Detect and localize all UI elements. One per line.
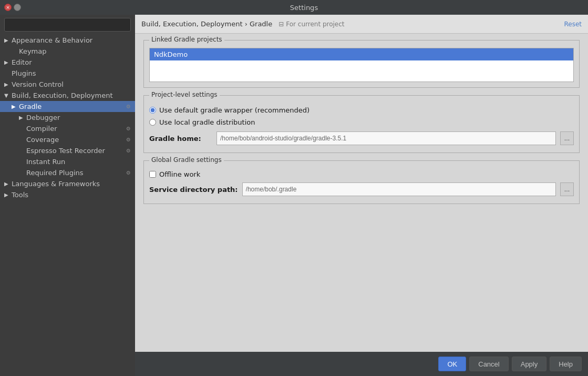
chevron-right-icon: ▶ [19, 115, 26, 120]
sidebar-item-label: Compiler [26, 125, 126, 133]
sidebar-item-editor[interactable]: ▶ Editor [0, 57, 135, 68]
sidebar-item-label: Version Control [12, 80, 131, 88]
sidebar-item-label: Required Plugins [26, 169, 126, 177]
gradle-home-input[interactable] [216, 131, 556, 145]
sidebar-item-appearance[interactable]: ▶ Appearance & Behavior [0, 35, 135, 46]
breadcrumb: Build, Execution, Deployment › Gradle ⊟ … [141, 20, 564, 28]
sidebar-item-debugger[interactable]: ▶ Debugger [0, 112, 135, 123]
sidebar-item-label: Gradle [19, 103, 126, 110]
reset-link[interactable]: Reset [564, 21, 582, 28]
help-button[interactable]: Help [550, 357, 582, 371]
sidebar-item-required-plugins[interactable]: Required Plugins ⚙ [0, 167, 135, 178]
sidebar-item-label: Editor [12, 58, 131, 66]
window-title: Settings [24, 4, 584, 12]
radio-local-label[interactable]: Use local gradle distribution [159, 118, 255, 126]
offline-work-label[interactable]: Offline work [159, 170, 200, 178]
project-item[interactable]: NdkDemo [150, 48, 573, 60]
global-gradle-section: Global Gradle settings Offline work Serv… [143, 160, 580, 204]
main-panel: Build, Execution, Deployment › Gradle ⊟ … [135, 15, 588, 376]
chevron-right-icon: ▶ [4, 37, 12, 43]
cancel-button[interactable]: Cancel [469, 357, 508, 371]
sidebar-item-build[interactable]: ▼ Build, Execution, Deployment [0, 90, 135, 101]
chevron-right-icon: ▶ [4, 181, 12, 187]
sidebar-item-coverage[interactable]: Coverage ⚙ [0, 134, 135, 145]
search-box [0, 15, 135, 35]
sidebar-item-label: Espresso Test Recorder [26, 147, 126, 155]
sidebar-item-label: Coverage [26, 136, 126, 144]
global-gradle-content: Offline work Service directory path: ... [144, 161, 579, 204]
sidebar-item-label: Languages & Frameworks [12, 180, 131, 188]
sidebar-item-compiler[interactable]: Compiler ⚙ [0, 123, 135, 134]
service-dir-input[interactable] [242, 182, 556, 196]
service-dir-label: Service directory path: [149, 186, 238, 194]
sidebar-item-version-control[interactable]: ▶ Version Control [0, 79, 135, 90]
service-dir-row: Service directory path: ... [149, 180, 574, 198]
linked-projects-section: Linked Gradle projects NdkDemo [143, 40, 580, 88]
gradle-home-label: Gradle home: [149, 135, 212, 143]
chevron-right-icon: ▶ [4, 82, 12, 87]
sidebar-item-keymap[interactable]: Keymap [0, 46, 135, 57]
gradle-home-browse-button[interactable]: ... [560, 131, 574, 145]
gradle-home-row: Gradle home: ... [149, 129, 574, 147]
sidebar-item-label: Instant Run [26, 158, 131, 166]
offline-work-checkbox[interactable] [149, 171, 156, 178]
chevron-right-icon: ▶ [4, 192, 12, 198]
settings-icon: ⚙ [126, 126, 131, 131]
breadcrumb-sub: Gradle [250, 20, 272, 28]
radio-group: Use default gradle wrapper (recommended)… [149, 103, 574, 129]
linked-projects-title: Linked Gradle projects [149, 36, 224, 43]
ok-button[interactable]: OK [438, 357, 466, 371]
settings-icon: ⚙ [126, 104, 131, 109]
sidebar-tree: ▶ Appearance & Behavior Keymap ▶ Editor … [0, 35, 135, 376]
sidebar-item-label: Appearance & Behavior [12, 36, 131, 44]
breadcrumb-note: ⊟ For current project [278, 21, 344, 28]
linked-projects-content: NdkDemo [144, 40, 579, 87]
sidebar-item-gradle[interactable]: ▶ Gradle ⚙ [0, 101, 135, 112]
global-gradle-title: Global Gradle settings [149, 156, 224, 164]
bottom-bar: OK Cancel Apply Help [135, 352, 588, 376]
sidebar-item-plugins[interactable]: Plugins [0, 68, 135, 79]
apply-button[interactable]: Apply [512, 357, 547, 371]
sidebar-item-label: Tools [12, 191, 131, 199]
sidebar-item-tools[interactable]: ▶ Tools [0, 189, 135, 200]
search-input[interactable] [4, 18, 131, 32]
radio-local-wrapper[interactable] [149, 119, 156, 126]
sidebar-item-espresso[interactable]: Espresso Test Recorder ⚙ [0, 145, 135, 156]
project-level-content: Use default gradle wrapper (recommended)… [144, 96, 579, 153]
breadcrumb-bar: Build, Execution, Deployment › Gradle ⊟ … [135, 15, 588, 34]
titlebar: × Settings [0, 0, 588, 15]
chevron-right-icon: ▶ [12, 104, 19, 109]
titlebar-buttons: × [4, 4, 21, 11]
radio-row-2: Use local gradle distribution [149, 118, 574, 126]
breadcrumb-main: Build, Execution, Deployment [141, 20, 242, 28]
sidebar-item-languages[interactable]: ▶ Languages & Frameworks [0, 178, 135, 189]
sidebar-item-instant-run[interactable]: Instant Run [0, 156, 135, 167]
sidebar-item-label: Plugins [12, 69, 131, 77]
main-content: ▶ Appearance & Behavior Keymap ▶ Editor … [0, 15, 588, 376]
breadcrumb-arrow: › [245, 20, 247, 28]
projects-list: NdkDemo [149, 48, 574, 82]
sidebar-item-label: Build, Execution, Deployment [12, 92, 131, 99]
project-level-section: Project-level settings Use default gradl… [143, 95, 580, 153]
project-level-title: Project-level settings [149, 91, 220, 98]
close-button[interactable]: × [4, 4, 12, 11]
sidebar: ▶ Appearance & Behavior Keymap ▶ Editor … [0, 15, 135, 376]
settings-icon: ⚙ [126, 137, 131, 143]
settings-window: × Settings ▶ Appearance & Behavior Keyma… [0, 0, 588, 376]
radio-default-label[interactable]: Use default gradle wrapper (recommended) [159, 106, 310, 114]
radio-default-wrapper[interactable] [149, 107, 156, 114]
settings-icon: ⚙ [126, 148, 131, 154]
offline-work-row: Offline work [149, 168, 574, 180]
settings-icon: ⚙ [126, 170, 131, 176]
service-dir-browse-button[interactable]: ... [560, 182, 574, 196]
sidebar-item-label: Debugger [26, 114, 131, 121]
project-list-empty [150, 60, 573, 82]
sidebar-item-label: Keymap [19, 47, 131, 55]
content-area: Linked Gradle projects NdkDemo Project-l… [135, 34, 588, 352]
chevron-down-icon: ▼ [4, 93, 12, 98]
minimize-button[interactable] [14, 4, 21, 11]
chevron-right-icon: ▶ [4, 59, 12, 65]
radio-row-1: Use default gradle wrapper (recommended) [149, 106, 574, 114]
